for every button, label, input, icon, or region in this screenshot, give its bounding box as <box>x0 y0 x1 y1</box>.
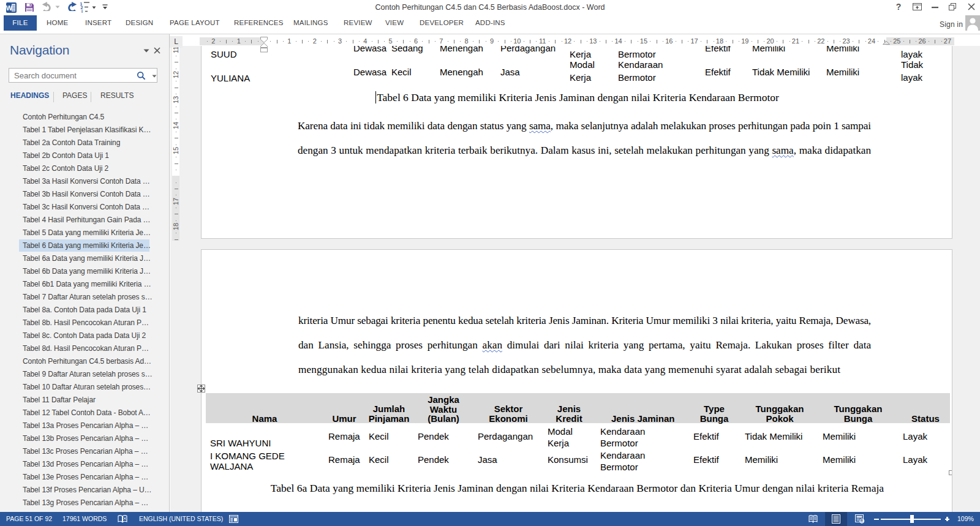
svg-text:W: W <box>6 4 13 12</box>
svg-text:i: i <box>81 9 83 13</box>
